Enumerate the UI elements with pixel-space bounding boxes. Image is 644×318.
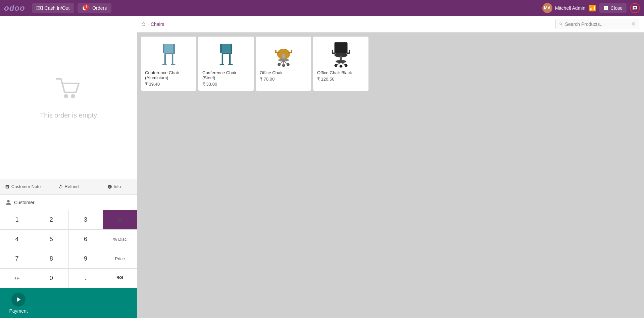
svg-rect-15 xyxy=(220,44,232,53)
product-img-area-2 xyxy=(202,41,250,67)
avatar: MA xyxy=(542,3,552,13)
breadcrumb-current[interactable]: Chairs xyxy=(151,21,164,27)
breadcrumb: ⌂ › Chairs xyxy=(142,20,552,28)
product-card-3[interactable]: Office Chair ₹ 70.00 xyxy=(256,37,311,91)
breadcrumb-sep: › xyxy=(147,22,149,27)
chat-button[interactable] xyxy=(630,3,640,13)
payment-button[interactable]: Payment xyxy=(0,288,37,318)
key-9[interactable]: 9 xyxy=(69,249,103,268)
key-qty[interactable]: Qty xyxy=(103,210,137,229)
svg-rect-21 xyxy=(231,44,232,53)
key-plusminus[interactable]: +/- xyxy=(0,269,34,288)
svg-point-3 xyxy=(71,94,75,98)
tab-customer-note[interactable]: Customer Note xyxy=(0,179,46,194)
svg-rect-9 xyxy=(162,64,166,65)
product-price-1: ₹ 39.40 xyxy=(145,82,160,87)
product-price-2: ₹ 33.00 xyxy=(202,82,217,87)
refund-icon xyxy=(58,184,63,189)
svg-rect-7 xyxy=(164,54,165,64)
product-card-1[interactable]: Conference Chair (Aluminium) ₹ 39.40 xyxy=(141,37,196,91)
key-7[interactable]: 7 xyxy=(0,249,34,268)
bottom-tabs: Customer Note Refund Info xyxy=(0,179,137,194)
product-img-area xyxy=(145,41,192,67)
topnav: odoo Cash In/Out 1 Orders MA Mitchell Ad… xyxy=(0,0,644,16)
backspace-icon xyxy=(116,275,123,280)
key-disc[interactable]: % Disc xyxy=(103,230,137,249)
home-icon[interactable]: ⌂ xyxy=(142,20,145,28)
cash-inout-button[interactable]: Cash In/Out xyxy=(32,3,75,13)
key-backspace[interactable] xyxy=(103,269,137,288)
order-area: This order is empty xyxy=(0,16,137,179)
svg-rect-19 xyxy=(228,64,233,65)
tab-info[interactable]: Info xyxy=(91,179,137,194)
svg-rect-17 xyxy=(229,54,230,64)
chair-img-aluminium xyxy=(154,41,184,67)
key-8[interactable]: 8 xyxy=(34,249,68,268)
key-6[interactable]: 6 xyxy=(69,230,103,249)
svg-rect-20 xyxy=(220,44,221,53)
svg-rect-16 xyxy=(221,54,223,64)
left-panel: This order is empty Customer Note Refund xyxy=(0,16,137,318)
payment-circle xyxy=(11,292,26,307)
key-0[interactable]: 0 xyxy=(34,269,68,288)
product-img-area-4 xyxy=(317,41,364,67)
search-clear[interactable]: ✕ xyxy=(631,21,636,27)
numpad-grid: 1 2 3 Qty 4 5 6 % Disc 7 8 9 Price +/- 0… xyxy=(0,210,137,288)
svg-rect-11 xyxy=(163,44,164,53)
product-price-3: ₹ 70.00 xyxy=(260,77,275,82)
cart-icon xyxy=(53,76,84,108)
svg-rect-28 xyxy=(291,50,292,53)
svg-rect-43 xyxy=(349,50,350,54)
chair-img-office-black xyxy=(326,41,356,67)
close-icon xyxy=(603,5,609,11)
product-price-4: ₹ 120.50 xyxy=(317,77,334,82)
search-input[interactable] xyxy=(565,21,629,27)
tab-refund[interactable]: Refund xyxy=(46,179,91,194)
svg-rect-36 xyxy=(335,43,347,53)
person-icon xyxy=(5,199,11,206)
payment-spacer xyxy=(37,288,137,318)
orders-badge: 1 xyxy=(84,4,89,10)
svg-rect-18 xyxy=(219,64,224,65)
logo: odoo xyxy=(4,3,25,13)
chair-img-office xyxy=(268,41,299,67)
key-1[interactable]: 1 xyxy=(0,210,34,229)
orders-button[interactable]: 1 Orders xyxy=(78,3,111,13)
info-icon xyxy=(107,184,112,189)
svg-rect-42 xyxy=(332,50,333,54)
note-icon xyxy=(5,184,10,189)
right-panel: ⌂ › Chairs ✕ xyxy=(137,16,644,318)
payment-row: Payment xyxy=(0,288,137,318)
main-layout: This order is empty Customer Note Refund xyxy=(0,16,644,318)
products-grid: Conference Chair (Aluminium) ₹ 39.40 xyxy=(137,33,644,95)
customer-button[interactable]: Customer xyxy=(0,195,137,210)
svg-line-32 xyxy=(279,61,283,64)
chair-img-steel xyxy=(211,41,241,67)
svg-rect-10 xyxy=(171,64,175,65)
product-card-2[interactable]: Conference Chair (Steel) ₹ 33.00 xyxy=(198,37,254,91)
user-menu: MA Mitchell Admin xyxy=(542,3,585,13)
key-price[interactable]: Price xyxy=(103,249,137,268)
product-name-2: Conference Chair (Steel) xyxy=(202,70,250,80)
numpad-area: Customer 1 2 3 Qty 4 5 6 % Disc 7 8 9 Pr… xyxy=(0,194,137,318)
key-dot[interactable]: . xyxy=(69,269,103,288)
topnav-right: MA Mitchell Admin 📶 Close xyxy=(542,3,640,13)
product-name-3: Office Chair xyxy=(260,70,283,75)
svg-rect-0 xyxy=(37,6,43,10)
product-card-4[interactable]: Office Chair Black ₹ 120.50 xyxy=(313,37,368,91)
svg-point-2 xyxy=(64,94,68,98)
product-name-1: Conference Chair (Aluminium) xyxy=(145,70,192,80)
customer-row: Customer xyxy=(0,194,137,210)
svg-rect-8 xyxy=(171,54,173,64)
key-3[interactable]: 3 xyxy=(69,210,103,229)
product-topbar: ⌂ › Chairs ✕ xyxy=(137,16,644,33)
search-area: ✕ xyxy=(555,19,639,29)
svg-line-49 xyxy=(341,62,346,65)
product-img-area-3 xyxy=(260,41,307,67)
product-name-4: Office Chair Black xyxy=(317,70,352,75)
key-5[interactable]: 5 xyxy=(34,230,68,249)
key-4[interactable]: 4 xyxy=(0,230,34,249)
chat-icon xyxy=(632,5,638,11)
key-2[interactable]: 2 xyxy=(34,210,68,229)
close-button[interactable]: Close xyxy=(599,3,627,13)
